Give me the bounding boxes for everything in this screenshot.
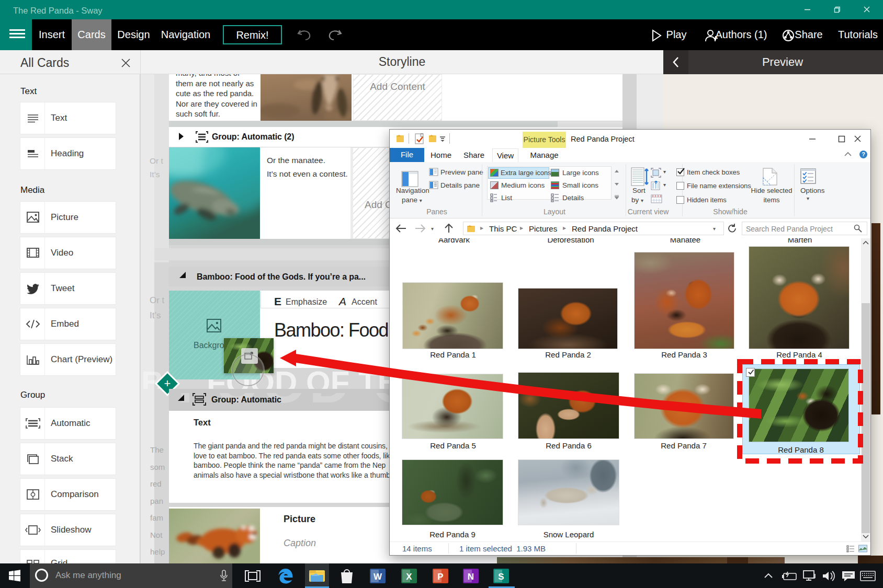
svg-text:S: S	[498, 572, 504, 582]
svg-text:N: N	[468, 572, 474, 582]
svg-text:P: P	[437, 572, 443, 582]
svg-text:W: W	[373, 572, 382, 582]
svg-text:X: X	[406, 572, 412, 582]
